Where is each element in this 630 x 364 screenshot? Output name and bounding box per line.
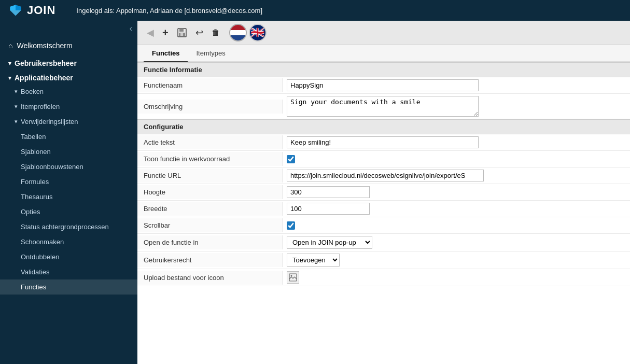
form-row-scrollbar: Scrollbar — [137, 217, 630, 234]
hoogte-input[interactable] — [287, 186, 370, 198]
delete-button[interactable]: 🗑 — [208, 26, 223, 39]
actie-tekst-value — [283, 134, 630, 150]
gebruikersrecht-value: Toevoegen Bewerken Verwijderen Lezen — [283, 251, 630, 269]
tab-functies[interactable]: Functies — [144, 45, 188, 62]
breedte-label: Breedte — [137, 202, 283, 216]
form-row-upload: Upload bestand voor icoon — [137, 269, 630, 286]
form-row-omschrijving: Omschrijving Sign your documents with a … — [137, 94, 630, 119]
back-button[interactable]: ◀ — [144, 25, 157, 40]
sidebar-leaf-label: Tabellen — [21, 133, 46, 141]
home-icon: ⌂ — [8, 41, 12, 50]
chevron-icon: ▾ — [8, 60, 11, 67]
upload-button[interactable] — [287, 271, 299, 284]
image-icon — [289, 273, 297, 282]
sidebar-leaf-label: Validaties — [21, 268, 49, 276]
sidebar-section-label: Applicatiebeheer — [15, 74, 73, 82]
sidebar-item-ontdubbelen[interactable]: Ontdubbelen — [0, 249, 137, 264]
sidebar-item-sjabloonbouwstenen[interactable]: Sjabloonbouwstenen — [0, 159, 137, 174]
tabs-bar: Functies Itemtypes — [137, 45, 630, 62]
svg-rect-6 — [180, 33, 183, 36]
svg-point-8 — [291, 275, 292, 277]
section-header-configuratie: Configuratie — [137, 119, 630, 134]
sidebar-item-sjablonen[interactable]: Sjablonen — [0, 144, 137, 159]
open-functie-select[interactable]: Open in JOIN pop-up Open in nieuw venste… — [287, 236, 372, 249]
sidebar-section-gebruikersbeheer[interactable]: ▾ Gebruikersbeheer — [0, 55, 137, 69]
topbar: JOIN Ingelogd als: Appelman, Adriaan de … — [0, 0, 630, 21]
chevron-icon: ▾ — [15, 103, 18, 110]
chevron-icon: ▾ — [15, 118, 18, 125]
tab-itemtypes[interactable]: Itemtypes — [188, 45, 233, 62]
sidebar-collapse[interactable]: ‹ — [0, 21, 137, 36]
sidebar-subsection-boeken[interactable]: ▾ Boeken — [0, 84, 137, 99]
add-button[interactable]: + — [159, 25, 172, 41]
save-icon — [177, 27, 187, 38]
sidebar-subsection-verwijderingslijsten[interactable]: ▾ Verwijderingslijsten — [0, 114, 137, 129]
flag-uk-button[interactable]: 🇬🇧 — [249, 24, 267, 41]
main-layout: ‹ ⌂ Welkomstscherm ▾ Gebruikersbeheer ▾ … — [0, 21, 630, 364]
omschrijving-label: Omschrijving — [137, 100, 283, 114]
functie-url-value — [283, 167, 630, 184]
section-header-functie-informatie: Functie Informatie — [137, 62, 630, 77]
omschrijving-value: Sign your documents with a smile — [283, 94, 630, 119]
toon-functie-checkbox[interactable] — [287, 155, 295, 163]
toon-functie-value — [283, 153, 630, 165]
svg-rect-4 — [179, 29, 184, 32]
hoogte-value — [283, 184, 630, 200]
scrollbar-checkbox[interactable] — [287, 221, 295, 230]
sidebar-leaf-label: Thesaurus — [21, 193, 52, 201]
sidebar-subsection-itemprofielen[interactable]: ▾ Itemprofielen — [0, 99, 137, 114]
open-functie-label: Open de functie in — [137, 235, 283, 249]
app-title: JOIN — [27, 4, 55, 17]
sidebar-item-formules[interactable]: Formules — [0, 174, 137, 189]
sidebar-leaf-label: Status achtergrondprocessen — [21, 223, 109, 231]
form-row-actie-tekst: Actie tekst — [137, 134, 630, 151]
form-content: Functie Informatie Functienaam Omschrijv… — [137, 62, 630, 364]
svg-marker-2 — [16, 5, 21, 11]
gebruikersrecht-select[interactable]: Toevoegen Bewerken Verwijderen Lezen — [287, 254, 340, 267]
sidebar-item-welkomstscherm[interactable]: ⌂ Welkomstscherm — [0, 36, 137, 55]
undo-button[interactable]: ↩ — [192, 25, 206, 40]
functie-url-label: Functie URL — [137, 169, 283, 183]
toon-functie-label: Toon functie in werkvoorraad — [137, 152, 283, 166]
sidebar-section-label: Gebruikersbeheer — [15, 59, 77, 67]
actie-tekst-input[interactable] — [287, 136, 479, 148]
form-row-breedte: Breedte — [137, 201, 630, 217]
sidebar-leaf-label: Ontdubbelen — [21, 253, 59, 261]
sidebar-item-validaties[interactable]: Validaties — [0, 264, 137, 279]
actie-tekst-label: Actie tekst — [137, 135, 283, 149]
omschrijving-input[interactable]: Sign your documents with a smile — [287, 96, 479, 117]
functienaam-label: Functienaam — [137, 78, 283, 92]
save-button[interactable] — [174, 25, 190, 40]
sidebar: ‹ ⌂ Welkomstscherm ▾ Gebruikersbeheer ▾ … — [0, 21, 137, 364]
toolbar: ◀ + ↩ 🗑 🇬🇧 — [137, 21, 630, 45]
gebruikersrecht-label: Gebruikersrecht — [137, 253, 283, 267]
upload-value — [283, 269, 630, 286]
sidebar-subsection-label: Boeken — [21, 88, 44, 95]
sidebar-item-status-achtergrondprocessen[interactable]: Status achtergrondprocessen — [0, 219, 137, 234]
svg-marker-1 — [10, 5, 16, 11]
sidebar-leaf-label: Schoonmaken — [21, 238, 64, 246]
sidebar-section-applicatiebeheer[interactable]: ▾ Applicatiebeheer — [0, 69, 137, 84]
sidebar-item-functies[interactable]: Functies — [0, 279, 137, 295]
sidebar-item-tabellen[interactable]: Tabellen — [0, 129, 137, 144]
logo: JOIN — [8, 3, 55, 18]
breedte-input[interactable] — [287, 203, 370, 215]
sidebar-item-opties[interactable]: Opties — [0, 204, 137, 219]
form-row-hoogte: Hoogte — [137, 184, 630, 201]
sidebar-item-label: Welkomstscherm — [17, 41, 72, 50]
form-row-gebruikersrecht: Gebruikersrecht Toevoegen Bewerken Verwi… — [137, 251, 630, 269]
functie-url-input[interactable] — [287, 170, 484, 181]
scrollbar-value — [283, 219, 630, 232]
sidebar-subsection-label: Verwijderingslijsten — [21, 118, 78, 125]
open-functie-value: Open in JOIN pop-up Open in nieuw venste… — [283, 234, 630, 251]
chevron-icon: ▾ — [8, 75, 11, 81]
logo-icon — [8, 3, 23, 18]
sidebar-item-schoonmaken[interactable]: Schoonmaken — [0, 234, 137, 249]
flag-nl-button[interactable] — [229, 24, 247, 41]
sidebar-item-thesaurus[interactable]: Thesaurus — [0, 189, 137, 204]
sidebar-subsection-label: Itemprofielen — [21, 103, 60, 110]
sidebar-leaf-label: Sjablonen — [21, 148, 51, 156]
functienaam-input[interactable] — [287, 79, 479, 91]
user-label: Ingelogd als: Appelman, Adriaan de [d.br… — [76, 7, 262, 15]
svg-rect-7 — [289, 274, 297, 281]
